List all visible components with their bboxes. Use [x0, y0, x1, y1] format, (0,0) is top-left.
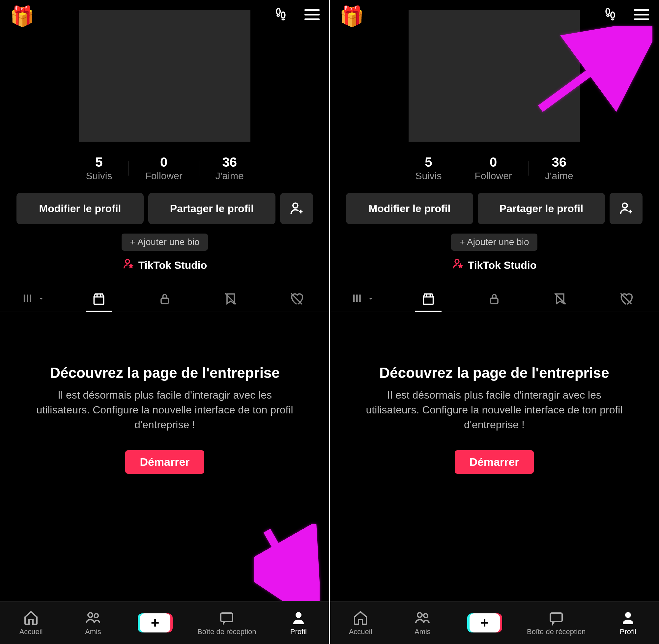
stat-label: J'aime: [215, 170, 244, 182]
nav-label: Profil: [290, 627, 307, 636]
studio-person-star-icon: [452, 258, 464, 272]
tiktok-studio-link[interactable]: TikTok Studio: [0, 258, 330, 272]
nav-label: Amis: [85, 627, 101, 636]
content-description: Il est désormais plus facile d'interagir…: [30, 388, 300, 432]
stat-likes[interactable]: 36 J'aime: [528, 155, 590, 182]
share-profile-button[interactable]: Partager le profil: [478, 193, 605, 224]
stat-value: 36: [215, 155, 244, 170]
svg-point-10: [606, 8, 610, 15]
add-bio-button[interactable]: + Ajouter une bio: [121, 234, 208, 251]
edit-profile-button[interactable]: Modifier le profil: [346, 193, 473, 224]
stat-followers[interactable]: 0 Follower: [458, 155, 528, 182]
stat-value: 36: [545, 155, 573, 170]
stat-label: Suivis: [86, 170, 112, 182]
content-area: Découvrez la page de l'entreprise Il est…: [0, 312, 330, 644]
tiktok-studio-link[interactable]: TikTok Studio: [330, 258, 659, 272]
tab-sort[interactable]: [330, 285, 395, 312]
stat-value: 0: [475, 155, 512, 170]
bottom-nav: Accueil Amis + Boîte de réception Profil: [330, 601, 659, 644]
edit-profile-button[interactable]: Modifier le profil: [17, 193, 144, 224]
svg-rect-14: [491, 298, 498, 304]
svg-point-3: [126, 259, 130, 263]
gift-icon[interactable]: 🎁: [10, 6, 35, 26]
nav-create[interactable]: +: [135, 613, 175, 632]
svg-point-13: [455, 259, 459, 263]
nav-label: Accueil: [19, 627, 43, 636]
svg-point-1: [281, 12, 285, 18]
content-title: Découvrez la page de l'entreprise: [50, 365, 280, 381]
svg-point-19: [625, 612, 631, 618]
footprints-icon[interactable]: [273, 6, 288, 22]
right-pane: 🎁 5 Suivis 0 Follower 36 J'aime Modifier…: [330, 0, 659, 644]
share-profile-button[interactable]: Partager le profil: [148, 193, 275, 224]
stat-label: Follower: [475, 170, 512, 182]
add-friend-button[interactable]: [610, 193, 642, 224]
left-pane: 🎁 5 Suivis 0 Follower 36 J'aime Modifier…: [0, 0, 330, 644]
nav-friends[interactable]: Amis: [73, 610, 113, 636]
stat-value: 5: [415, 155, 441, 170]
studio-label: TikTok Studio: [468, 259, 537, 272]
nav-label: Boîte de réception: [197, 627, 256, 636]
nav-inbox[interactable]: Boîte de réception: [197, 610, 256, 636]
stat-following[interactable]: 5 Suivis: [69, 155, 129, 182]
create-button-icon: +: [470, 613, 500, 632]
profile-avatar[interactable]: [79, 10, 250, 142]
stats-row: 5 Suivis 0 Follower 36 J'aime: [0, 155, 330, 182]
profile-tabs: [0, 285, 330, 312]
stat-value: 0: [145, 155, 182, 170]
tab-saved[interactable]: [527, 285, 593, 312]
studio-label: TikTok Studio: [138, 259, 207, 272]
nav-profile[interactable]: Profil: [608, 610, 648, 636]
stats-row: 5 Suivis 0 Follower 36 J'aime: [330, 155, 659, 182]
tab-private[interactable]: [132, 285, 198, 312]
start-button[interactable]: Démarrer: [125, 450, 204, 474]
stat-following[interactable]: 5 Suivis: [399, 155, 458, 182]
nav-friends[interactable]: Amis: [403, 610, 442, 636]
profile-avatar[interactable]: [409, 10, 580, 142]
svg-point-6: [88, 613, 93, 617]
stat-value: 5: [86, 155, 112, 170]
stat-label: J'aime: [545, 170, 573, 182]
nav-inbox[interactable]: Boîte de réception: [527, 610, 586, 636]
svg-point-2: [293, 203, 298, 208]
start-button[interactable]: Démarrer: [455, 450, 533, 474]
svg-point-0: [276, 8, 280, 15]
profile-tabs: [330, 285, 659, 312]
bottom-nav: Accueil Amis + Boîte de réception Profil: [0, 601, 330, 644]
tab-liked[interactable]: [264, 285, 330, 312]
hamburger-menu-icon[interactable]: [634, 9, 649, 20]
gift-icon[interactable]: 🎁: [339, 6, 364, 26]
nav-label: Boîte de réception: [527, 627, 586, 636]
nav-label: Profil: [620, 627, 636, 636]
tab-private[interactable]: [461, 285, 527, 312]
nav-profile[interactable]: Profil: [279, 610, 318, 636]
svg-point-11: [611, 12, 615, 18]
svg-point-9: [296, 612, 301, 618]
studio-person-star-icon: [122, 258, 134, 272]
add-bio-button[interactable]: + Ajouter une bio: [451, 234, 538, 251]
tab-liked[interactable]: [593, 285, 659, 312]
stat-likes[interactable]: 36 J'aime: [199, 155, 260, 182]
svg-point-12: [622, 203, 627, 208]
svg-point-17: [424, 614, 428, 618]
hamburger-menu-icon[interactable]: [304, 9, 320, 20]
svg-point-7: [94, 614, 98, 618]
nav-label: Accueil: [349, 627, 372, 636]
nav-home[interactable]: Accueil: [341, 610, 380, 636]
stat-followers[interactable]: 0 Follower: [129, 155, 199, 182]
tab-saved[interactable]: [198, 285, 264, 312]
add-friend-button[interactable]: [280, 193, 313, 224]
tab-shop[interactable]: [395, 285, 461, 312]
nav-home[interactable]: Accueil: [11, 610, 51, 636]
tab-sort[interactable]: [0, 285, 66, 312]
nav-label: Amis: [414, 627, 431, 636]
svg-rect-8: [221, 613, 233, 622]
stat-label: Suivis: [415, 170, 441, 182]
content-description: Il est désormais plus facile d'interagir…: [359, 388, 629, 432]
create-button-icon: +: [140, 613, 171, 632]
stat-label: Follower: [145, 170, 182, 182]
nav-create[interactable]: +: [465, 613, 504, 632]
content-title: Découvrez la page de l'entreprise: [379, 365, 609, 381]
tab-shop[interactable]: [66, 285, 132, 312]
footprints-icon[interactable]: [603, 6, 617, 22]
